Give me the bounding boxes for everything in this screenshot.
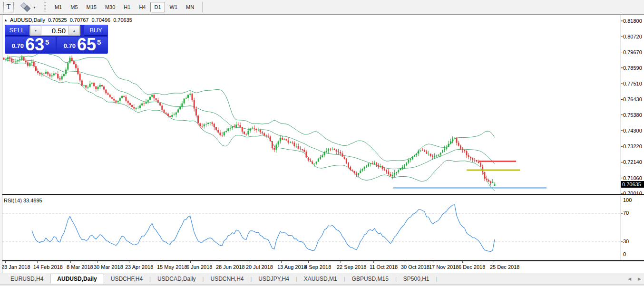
- ohlc-low: 0.70496: [91, 17, 110, 23]
- status-strip: [0, 284, 644, 286]
- rsi-panel: RSI(14) 33.4695 10070300: [0, 196, 644, 260]
- rsi-canvas[interactable]: [0, 196, 644, 260]
- price-axis-label: 0.71060: [623, 175, 642, 181]
- chart-tab-usdcnh-h4[interactable]: USDCNH,H4: [204, 274, 250, 284]
- price-axis-label: 0.80720: [623, 34, 642, 39]
- top-toolbar: T ▼ M1M5M15M30H1H4D1W1MN: [0, 0, 644, 15]
- buy-price-prefix: 0.70: [64, 42, 76, 49]
- main-chart-panel: ▲ AUDUSD,Daily 0.70525 0.70767 0.70496 0…: [0, 15, 644, 194]
- tab-scroll-left-icon[interactable]: ◀: [628, 276, 631, 281]
- text-tool-button[interactable]: T: [3, 2, 14, 12]
- timeframe-buttons: M1M5M15M30H1H4D1W1MN: [50, 2, 198, 12]
- chart-tab-gbpusd-m15[interactable]: GBPUSD,M15: [345, 274, 395, 284]
- collapse-triangle-icon[interactable]: ▲: [4, 18, 8, 22]
- date-label: 30 Mar 2018: [94, 264, 123, 270]
- caret-down-icon: ▼: [33, 6, 36, 9]
- date-tick: [161, 261, 161, 263]
- date-tick: [308, 261, 309, 263]
- tab-scroll-right-icon[interactable]: ▶: [638, 276, 641, 281]
- price-axis-label: 0.78590: [623, 65, 642, 71]
- timeframe-button-m5[interactable]: M5: [67, 2, 81, 12]
- date-tick: [37, 261, 38, 263]
- price-axis-label: 0.79670: [623, 49, 642, 55]
- timeframe-button-m15[interactable]: M15: [83, 2, 100, 12]
- current-price-badge: 0.70635: [621, 181, 644, 188]
- rsi-line: [32, 205, 495, 252]
- chart-tab-xauusd-m1[interactable]: XAUUSD,M1: [297, 274, 344, 284]
- price-axis-label: 0.70010: [623, 191, 642, 196]
- date-tick: [70, 261, 71, 263]
- volume-input[interactable]: [41, 26, 68, 35]
- date-tick: [190, 261, 191, 263]
- date-tick: [5, 261, 6, 263]
- date-label: 11 Oct 2018: [370, 264, 398, 270]
- chart-tab-sp500-h1[interactable]: SP500,H1: [397, 274, 436, 284]
- date-label: 22 Sep 2018: [337, 264, 366, 270]
- date-tick: [220, 261, 220, 263]
- volume-spinner: ▼ ▲: [29, 25, 80, 36]
- chart-tab-audusd-daily[interactable]: AUDUSD,Daily: [50, 274, 104, 284]
- date-tick: [281, 261, 282, 263]
- ohlc-close: 0.70635: [113, 17, 132, 23]
- timeframe-button-d1[interactable]: D1: [150, 2, 165, 12]
- chart-tab-usdchf-h4[interactable]: USDCHF,H4: [104, 274, 149, 284]
- date-label: 23 Jan 2018: [1, 264, 30, 270]
- date-label: 15 May 2018: [157, 264, 187, 270]
- date-label: 6 Dec 2018: [459, 264, 485, 270]
- date-label: 28 Jun 2018: [216, 264, 245, 270]
- date-tick: [373, 261, 374, 263]
- timeframe-button-h1[interactable]: H1: [120, 2, 134, 12]
- date-label: 14 Feb 2018: [33, 264, 63, 270]
- timeframe-button-h4[interactable]: H4: [135, 2, 149, 12]
- chart-tab-eurusd-h4[interactable]: EURUSD,H4: [4, 274, 50, 284]
- date-label: 6 Jun 2018: [186, 264, 212, 270]
- date-tick: [250, 261, 250, 263]
- date-label: 25 Dec 2018: [490, 264, 519, 270]
- chart-tab-bar: EURUSD,H4AUDUSD,DailyUSDCHF,H4|USDCAD,Da…: [0, 274, 644, 284]
- timeframe-button-m1[interactable]: M1: [51, 2, 66, 12]
- sell-price-prefix: 0.70: [12, 42, 24, 49]
- date-tick: [405, 261, 405, 263]
- date-tick: [462, 261, 463, 263]
- arrow-style-button[interactable]: ▼: [20, 2, 38, 12]
- ohlc-high: 0.70767: [70, 17, 89, 23]
- timeframe-button-w1[interactable]: W1: [166, 2, 182, 12]
- ohlc-open: 0.70525: [48, 17, 67, 23]
- date-label: 30 Oct 2018: [401, 264, 429, 270]
- tab-divider: |: [436, 274, 437, 284]
- volume-decrease-button[interactable]: ▼: [30, 26, 41, 35]
- timeframe-button-m30[interactable]: M30: [101, 2, 119, 12]
- chart-title: ▲ AUDUSD,Daily 0.70525 0.70767 0.70496 0…: [4, 17, 132, 23]
- buy-price-button[interactable]: 0.70 65 5: [57, 37, 107, 53]
- toolbar-grip: [44, 2, 46, 12]
- rsi-axis-label: 0: [623, 251, 626, 257]
- date-tick: [494, 261, 494, 263]
- price-axis-label: 0.81800: [623, 18, 642, 24]
- date-tick: [98, 261, 98, 263]
- date-label: 17 Nov 2018: [429, 264, 459, 270]
- sell-price-big: 63: [25, 38, 44, 52]
- bollinger-upper-band: [6, 53, 495, 161]
- chart-tab-usdjpy-h4[interactable]: USDJPY,H4: [252, 274, 295, 284]
- timeframe-button-mn[interactable]: MN: [182, 2, 198, 12]
- date-tick: [433, 261, 433, 263]
- price-axis-label: 0.73220: [623, 143, 642, 149]
- date-label: 23 Apr 2018: [125, 264, 153, 270]
- date-tick: [341, 261, 341, 263]
- date-axis: 23 Jan 201814 Feb 20188 Mar 201830 Mar 2…: [0, 261, 644, 274]
- date-label: 8 Mar 2018: [67, 264, 93, 270]
- rsi-axis-label: 30: [623, 238, 629, 244]
- volume-increase-button[interactable]: ▲: [68, 26, 80, 35]
- price-axis-label: 0.77510: [623, 81, 642, 86]
- price-axis-label: 0.72140: [623, 159, 642, 165]
- sell-price-button[interactable]: 0.70 63 5: [5, 37, 56, 53]
- price-axis-label: 0.74300: [623, 128, 642, 133]
- date-tick: [129, 261, 129, 263]
- chart-symbol-label: AUDUSD,Daily: [10, 17, 45, 23]
- price-axis-label: 0.75380: [623, 112, 642, 118]
- date-label: 4 Sep 2018: [304, 264, 331, 270]
- chart-tab-usdcad-daily[interactable]: USDCAD,Daily: [151, 274, 203, 284]
- bollinger-middle-band: [6, 59, 495, 169]
- sell-price-pipette: 5: [45, 38, 49, 46]
- window-left-border: [0, 15, 2, 273]
